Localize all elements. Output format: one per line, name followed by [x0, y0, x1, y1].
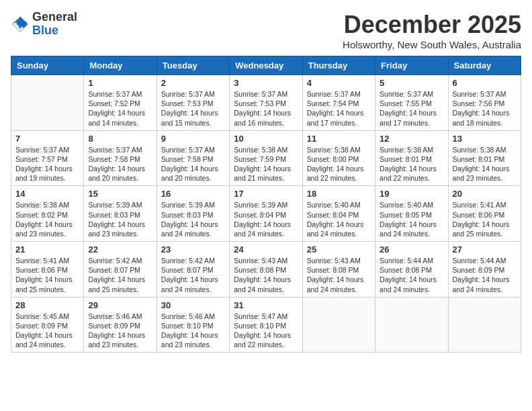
calendar-cell: 20Sunrise: 5:41 AMSunset: 8:06 PMDayligh…	[448, 186, 521, 242]
day-number: 30	[161, 300, 225, 310]
calendar-cell: 29Sunrise: 5:46 AMSunset: 8:09 PMDayligh…	[84, 297, 157, 353]
cell-content: Sunrise: 5:45 AMSunset: 8:09 PMDaylight:…	[15, 312, 79, 350]
day-number: 4	[307, 78, 371, 88]
day-header-sunday: Sunday	[11, 56, 84, 75]
calendar-week-3: 14Sunrise: 5:38 AMSunset: 8:02 PMDayligh…	[11, 186, 521, 242]
calendar-cell: 28Sunrise: 5:45 AMSunset: 8:09 PMDayligh…	[11, 297, 84, 353]
calendar-cell: 31Sunrise: 5:47 AMSunset: 8:10 PMDayligh…	[230, 297, 302, 353]
cell-content: Sunrise: 5:44 AMSunset: 8:08 PMDaylight:…	[380, 256, 443, 294]
cell-content: Sunrise: 5:40 AMSunset: 8:04 PMDaylight:…	[307, 200, 371, 238]
calendar-cell: 17Sunrise: 5:39 AMSunset: 8:04 PMDayligh…	[230, 186, 302, 242]
cell-content: Sunrise: 5:39 AMSunset: 8:04 PMDaylight:…	[234, 200, 298, 238]
cell-content: Sunrise: 5:44 AMSunset: 8:09 PMDaylight:…	[453, 256, 517, 294]
cell-content: Sunrise: 5:46 AMSunset: 8:10 PMDaylight:…	[161, 312, 225, 350]
day-number: 26	[380, 244, 443, 255]
day-number: 19	[380, 189, 443, 199]
cell-content: Sunrise: 5:43 AMSunset: 8:08 PMDaylight:…	[234, 256, 298, 294]
day-header-thursday: Thursday	[302, 56, 375, 75]
calendar-week-1: 1Sunrise: 5:37 AMSunset: 7:52 PMDaylight…	[11, 75, 521, 131]
day-header-saturday: Saturday	[448, 56, 521, 75]
calendar-cell: 14Sunrise: 5:38 AMSunset: 8:02 PMDayligh…	[11, 186, 84, 242]
calendar-cell: 12Sunrise: 5:38 AMSunset: 8:01 PMDayligh…	[375, 130, 448, 186]
calendar-cell: 21Sunrise: 5:41 AMSunset: 8:06 PMDayligh…	[11, 242, 84, 298]
calendar-cell	[11, 75, 84, 131]
calendar-cell: 6Sunrise: 5:37 AMSunset: 7:56 PMDaylight…	[448, 75, 521, 131]
calendar-cell: 4Sunrise: 5:37 AMSunset: 7:54 PMDaylight…	[302, 75, 375, 131]
day-header-monday: Monday	[84, 56, 157, 75]
day-number: 29	[88, 300, 152, 310]
day-number: 5	[380, 78, 443, 88]
calendar-cell: 1Sunrise: 5:37 AMSunset: 7:52 PMDaylight…	[84, 75, 157, 131]
calendar-cell: 7Sunrise: 5:37 AMSunset: 7:57 PMDaylight…	[11, 130, 84, 186]
calendar-cell: 11Sunrise: 5:38 AMSunset: 8:00 PMDayligh…	[302, 130, 375, 186]
cell-content: Sunrise: 5:37 AMSunset: 7:56 PMDaylight:…	[453, 89, 517, 128]
calendar-cell	[302, 297, 375, 353]
cell-content: Sunrise: 5:37 AMSunset: 7:58 PMDaylight:…	[161, 145, 225, 183]
calendar-cell: 26Sunrise: 5:44 AMSunset: 8:08 PMDayligh…	[375, 242, 448, 298]
day-number: 1	[88, 78, 152, 88]
cell-content: Sunrise: 5:46 AMSunset: 8:09 PMDaylight:…	[88, 312, 152, 350]
day-header-wednesday: Wednesday	[230, 56, 302, 75]
cell-content: Sunrise: 5:37 AMSunset: 7:53 PMDaylight:…	[234, 89, 298, 128]
cell-content: Sunrise: 5:39 AMSunset: 8:03 PMDaylight:…	[161, 200, 225, 238]
calendar-cell	[448, 297, 521, 353]
day-number: 6	[453, 78, 517, 88]
calendar-cell: 25Sunrise: 5:43 AMSunset: 8:08 PMDayligh…	[302, 242, 375, 298]
title-area: December 2025 Holsworthy, New South Wale…	[343, 11, 521, 50]
location-subtitle: Holsworthy, New South Wales, Australia	[343, 39, 521, 50]
day-number: 31	[234, 300, 298, 310]
calendar-body: 1Sunrise: 5:37 AMSunset: 7:52 PMDaylight…	[11, 75, 521, 353]
calendar-cell: 27Sunrise: 5:44 AMSunset: 8:09 PMDayligh…	[448, 242, 521, 298]
day-number: 15	[88, 189, 152, 199]
cell-content: Sunrise: 5:47 AMSunset: 8:10 PMDaylight:…	[234, 312, 298, 350]
day-header-friday: Friday	[375, 56, 448, 75]
calendar-cell: 13Sunrise: 5:38 AMSunset: 8:01 PMDayligh…	[448, 130, 521, 186]
logo: General Blue	[11, 11, 77, 38]
calendar-cell	[375, 297, 448, 353]
cell-content: Sunrise: 5:42 AMSunset: 8:07 PMDaylight:…	[161, 256, 225, 294]
cell-content: Sunrise: 5:38 AMSunset: 7:59 PMDaylight:…	[234, 145, 298, 183]
day-number: 2	[161, 78, 225, 88]
calendar-header-row: SundayMondayTuesdayWednesdayThursdayFrid…	[11, 56, 521, 75]
day-number: 18	[307, 189, 371, 199]
calendar-cell: 22Sunrise: 5:42 AMSunset: 8:07 PMDayligh…	[84, 242, 157, 298]
calendar-cell: 19Sunrise: 5:40 AMSunset: 8:05 PMDayligh…	[375, 186, 448, 242]
calendar-cell: 15Sunrise: 5:39 AMSunset: 8:03 PMDayligh…	[84, 186, 157, 242]
day-header-tuesday: Tuesday	[157, 56, 229, 75]
day-number: 3	[234, 78, 298, 88]
day-number: 14	[15, 189, 79, 199]
cell-content: Sunrise: 5:40 AMSunset: 8:05 PMDaylight:…	[380, 200, 443, 238]
day-number: 11	[307, 134, 371, 144]
cell-content: Sunrise: 5:43 AMSunset: 8:08 PMDaylight:…	[307, 256, 371, 294]
logo-blue: Blue	[32, 24, 77, 38]
day-number: 22	[88, 244, 152, 255]
calendar-cell: 30Sunrise: 5:46 AMSunset: 8:10 PMDayligh…	[157, 297, 229, 353]
logo-icon	[11, 15, 30, 34]
day-number: 13	[453, 134, 517, 144]
cell-content: Sunrise: 5:42 AMSunset: 8:07 PMDaylight:…	[88, 256, 152, 294]
day-number: 8	[88, 134, 152, 144]
calendar-week-2: 7Sunrise: 5:37 AMSunset: 7:57 PMDaylight…	[11, 130, 521, 186]
cell-content: Sunrise: 5:38 AMSunset: 8:00 PMDaylight:…	[307, 145, 371, 183]
calendar-cell: 24Sunrise: 5:43 AMSunset: 8:08 PMDayligh…	[230, 242, 302, 298]
calendar-table: SundayMondayTuesdayWednesdayThursdayFrid…	[11, 56, 521, 353]
day-number: 9	[161, 134, 225, 144]
cell-content: Sunrise: 5:37 AMSunset: 7:58 PMDaylight:…	[88, 145, 152, 183]
day-number: 25	[307, 244, 371, 255]
day-number: 17	[234, 189, 298, 199]
calendar-cell: 9Sunrise: 5:37 AMSunset: 7:58 PMDaylight…	[157, 130, 229, 186]
calendar-cell: 16Sunrise: 5:39 AMSunset: 8:03 PMDayligh…	[157, 186, 229, 242]
cell-content: Sunrise: 5:37 AMSunset: 7:55 PMDaylight:…	[380, 89, 443, 128]
day-number: 20	[453, 189, 517, 199]
logo-text: General Blue	[32, 11, 77, 38]
day-number: 16	[161, 189, 225, 199]
cell-content: Sunrise: 5:37 AMSunset: 7:57 PMDaylight:…	[15, 145, 79, 183]
day-number: 7	[15, 134, 79, 144]
cell-content: Sunrise: 5:41 AMSunset: 8:06 PMDaylight:…	[453, 200, 517, 238]
cell-content: Sunrise: 5:39 AMSunset: 8:03 PMDaylight:…	[88, 200, 152, 238]
calendar-cell: 18Sunrise: 5:40 AMSunset: 8:04 PMDayligh…	[302, 186, 375, 242]
day-number: 12	[380, 134, 443, 144]
month-title: December 2025	[343, 11, 521, 39]
calendar-cell: 3Sunrise: 5:37 AMSunset: 7:53 PMDaylight…	[230, 75, 302, 131]
cell-content: Sunrise: 5:41 AMSunset: 8:06 PMDaylight:…	[15, 256, 79, 294]
